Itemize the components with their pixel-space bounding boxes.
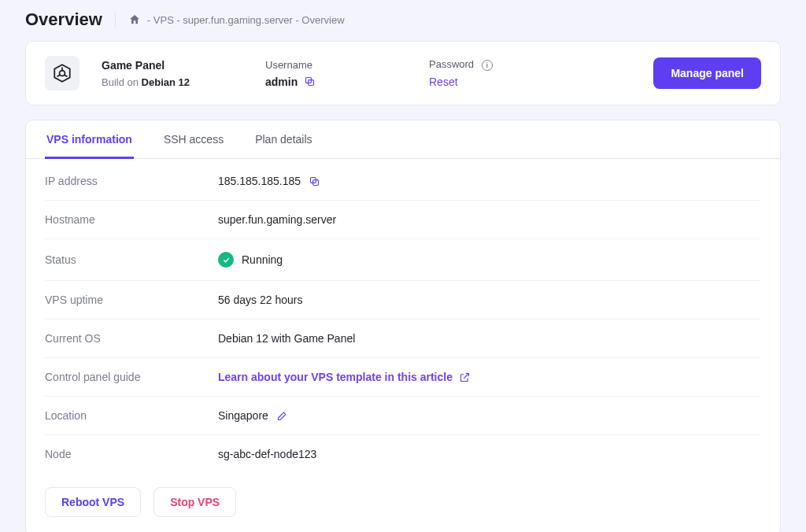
row-guide: Control panel guide Learn about your VPS…: [45, 358, 761, 397]
stop-vps-button[interactable]: Stop VPS: [153, 487, 236, 517]
guide-label: Control panel guide: [45, 371, 218, 383]
ip-label: IP address: [45, 175, 218, 187]
row-os: Current OS Debian 12 with Game Panel: [45, 320, 761, 358]
reset-password-link[interactable]: Reset: [429, 76, 555, 88]
tab-vps-information[interactable]: VPS information: [45, 120, 134, 159]
node-value: sg-abc-def-node123: [218, 448, 316, 460]
uptime-label: VPS uptime: [45, 294, 218, 306]
row-uptime: VPS uptime 56 days 22 hours: [45, 281, 761, 320]
row-ip: IP address 185.185.185.185: [45, 162, 761, 201]
page-title: Overview: [25, 9, 102, 30]
svg-marker-0: [54, 65, 70, 82]
ip-value: 185.185.185.185: [218, 175, 301, 187]
breadcrumb[interactable]: - VPS - super.fun.gaming.server - Overvi…: [128, 13, 345, 26]
location-value: Singapore: [218, 409, 268, 422]
manage-panel-button[interactable]: Manage panel: [653, 57, 761, 89]
edit-icon[interactable]: [276, 410, 288, 422]
username-value: admin: [265, 76, 298, 88]
home-icon: [128, 13, 141, 26]
os-label: Current OS: [45, 332, 218, 345]
node-label: Node: [45, 448, 218, 460]
svg-point-1: [60, 71, 65, 76]
status-check-icon: [218, 252, 234, 268]
status-value: Running: [242, 253, 283, 266]
status-label: Status: [45, 253, 218, 266]
row-location: Location Singapore: [45, 397, 761, 435]
row-hostname: Hostname super.fun.gaming.server: [45, 201, 761, 239]
tab-ssh-access[interactable]: SSH access: [162, 120, 225, 159]
guide-link[interactable]: Learn about your VPS template in this ar…: [218, 371, 471, 383]
username-label: Username: [265, 59, 407, 71]
external-link-icon: [459, 371, 471, 383]
reboot-vps-button[interactable]: Reboot VPS: [45, 487, 141, 517]
location-label: Location: [45, 409, 218, 422]
row-node: Node sg-abc-def-node123: [45, 435, 761, 473]
hostname-label: Hostname: [45, 213, 218, 226]
svg-line-4: [57, 75, 61, 76]
panel-app-icon: [45, 56, 79, 91]
panel-summary-card: Game Panel Build on Debian 12 Username a…: [25, 41, 781, 105]
copy-icon[interactable]: [309, 175, 320, 187]
breadcrumb-text: - VPS - super.fun.gaming.server - Overvi…: [147, 14, 345, 26]
panel-name: Game Panel: [102, 59, 243, 72]
os-value: Debian 12 with Game Panel: [218, 332, 355, 345]
vps-details-card: VPS information SSH access Plan details …: [25, 120, 781, 532]
divider: [115, 11, 116, 28]
copy-icon[interactable]: [304, 76, 316, 87]
tab-plan-details[interactable]: Plan details: [253, 120, 313, 159]
hostname-value: super.fun.gaming.server: [218, 213, 336, 226]
row-status: Status Running: [45, 239, 761, 281]
tab-bar: VPS information SSH access Plan details: [26, 120, 780, 159]
panel-build: Build on Debian 12: [102, 76, 243, 88]
password-label: Password i: [429, 58, 555, 71]
svg-line-3: [65, 75, 68, 76]
uptime-value: 56 days 22 hours: [218, 294, 302, 306]
info-icon[interactable]: i: [482, 60, 493, 71]
